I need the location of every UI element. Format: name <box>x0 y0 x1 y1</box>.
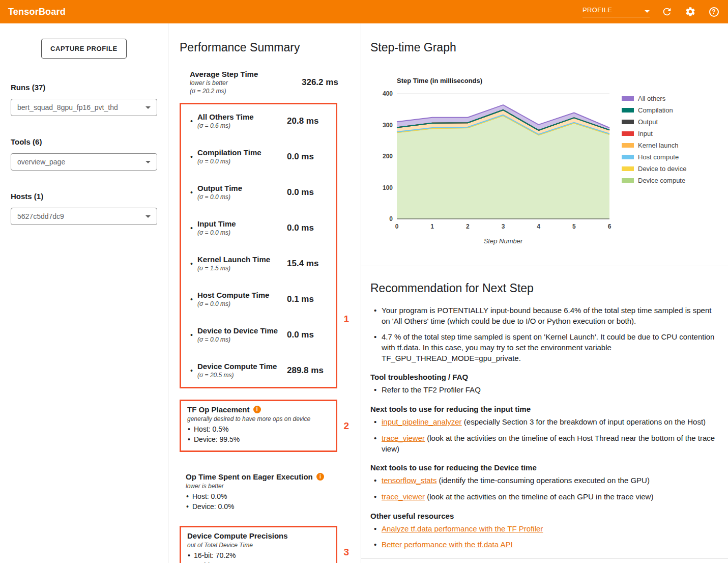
eager-execution-note: lower is better <box>186 483 343 490</box>
tf-op-device-item: Device: 99.5% <box>187 435 330 443</box>
page-body: CAPTURE PROFILE Runs (37) bert_squad_8gp… <box>0 23 728 563</box>
legend-label: Output <box>638 118 658 126</box>
info-icon[interactable] <box>316 473 324 481</box>
runs-label: Runs (37) <box>11 83 157 92</box>
capture-profile-button[interactable]: CAPTURE PROFILE <box>41 39 127 59</box>
annotated-box-compute-precisions: Device Compute Precisions out of Total D… <box>180 526 337 563</box>
legend-swatch <box>622 155 634 159</box>
step-time-graph-section: Step-time Graph Step Time (in millisecon… <box>361 41 728 245</box>
metric-value: 0.1 ms <box>287 294 331 304</box>
legend-item: Input <box>622 130 686 137</box>
top-bar-actions: PROFILE ? <box>583 6 720 18</box>
gear-icon[interactable] <box>684 6 696 18</box>
bullet: • <box>190 260 197 268</box>
metric-label: Compilation Time <box>197 148 287 157</box>
metric-label: All Others Time <box>197 112 287 121</box>
metric-value: 289.8 ms <box>287 365 331 376</box>
bullet: • <box>190 153 197 161</box>
hosts-select-value: 5627c5dd7dc9 <box>17 212 64 220</box>
info-icon[interactable] <box>253 406 261 413</box>
svg-text:400: 400 <box>383 90 393 97</box>
list-item-text: (identify the time-consuming operations … <box>436 476 650 485</box>
faq-heading: Tool troubleshooting / FAQ <box>370 373 718 381</box>
svg-text:5: 5 <box>572 223 576 230</box>
recommendation-bullet: Your program is POTENTIALLY input-bound … <box>370 305 718 326</box>
metric-sigma: (σ = 0.0 ms) <box>197 300 287 307</box>
bullet: • <box>190 117 197 125</box>
performance-summary-panel: Performance Summary Average Step Time lo… <box>168 23 361 563</box>
eager-execution-title: Op Time Spent on Eager Execution <box>186 472 313 481</box>
legend-swatch <box>622 166 634 171</box>
list-item: trace_viewer (look at the activities on … <box>370 433 718 454</box>
metric-label: Host Compute Time <box>197 291 287 299</box>
chevron-down-icon <box>645 10 650 13</box>
legend-label: Compilation <box>638 106 673 114</box>
performance-summary-title: Performance Summary <box>180 41 350 54</box>
metric-row: • Host Compute Time (σ = 0.0 ms) 0.1 ms <box>190 291 331 307</box>
eager-device-item: Device: 0.0% <box>186 502 343 511</box>
recommendation-bullet: 4.7 % of the total step time sampled is … <box>370 332 718 363</box>
dashboard-selector[interactable]: PROFILE <box>583 6 650 17</box>
annotation-number-1: 1 <box>343 314 349 325</box>
svg-text:0: 0 <box>389 215 393 222</box>
svg-text:2: 2 <box>466 223 470 230</box>
legend-item: Compilation <box>622 106 686 114</box>
step-time-graph-title: Step-time Graph <box>370 41 728 54</box>
metric-value: 15.4 ms <box>287 259 331 269</box>
question-mark-icon: ? <box>709 7 719 17</box>
svg-text:4: 4 <box>537 223 540 230</box>
runs-select[interactable]: bert_squad_8gpu_fp16_pvt_thd <box>11 99 157 116</box>
svg-text:1: 1 <box>430 223 434 230</box>
runs-select-value: bert_squad_8gpu_fp16_pvt_thd <box>17 103 118 111</box>
tfdata-api-link[interactable]: Better performance with the tf.data API <box>382 540 513 549</box>
average-step-time-value: 326.2 ms <box>302 77 348 88</box>
legend-label: All others <box>638 95 665 102</box>
metric-sigma: (σ = 0.0 ms) <box>197 158 287 165</box>
trace-viewer-link[interactable]: trace_viewer <box>382 434 425 442</box>
svg-text:6: 6 <box>608 223 611 230</box>
legend-swatch <box>622 131 634 136</box>
metric-row: • Device to Device Time (σ = 0.0 ms) 0.0… <box>190 326 331 343</box>
metric-value: 20.8 ms <box>287 116 331 126</box>
device-tools-heading: Next tools to use for reducing the Devic… <box>370 463 718 472</box>
list-item-text: (especially Section 3 for the breakdown … <box>462 417 706 426</box>
metric-label: Device Compute Time <box>197 362 287 371</box>
legend-label: Host compute <box>638 153 679 161</box>
legend-item: Device compute <box>622 177 686 184</box>
list-item-text: Refer to the TF2 Profiler FAQ <box>382 385 481 394</box>
step-time-chart: Step Time (in milliseconds) 010020030040… <box>371 77 728 245</box>
legend-item: All others <box>622 95 686 102</box>
legend-swatch <box>622 178 634 183</box>
annotated-box-tf-op-placement: TF Op Placement generally desired to hav… <box>180 400 337 452</box>
help-icon[interactable]: ? <box>708 6 720 18</box>
svg-text:0: 0 <box>395 223 399 230</box>
sidebar: CAPTURE PROFILE Runs (37) bert_squad_8gp… <box>0 23 168 563</box>
metric-sigma: (σ = 0.0 ms) <box>197 336 287 343</box>
bullet: • <box>190 367 197 375</box>
metric-label: Output Time <box>197 184 287 192</box>
list-item-text: (look at the activities on the timeline … <box>382 434 715 453</box>
list-item: trace_viewer (look at the activities on … <box>370 492 718 502</box>
tfdata-performance-link[interactable]: Analyze tf.data performance with the TF … <box>382 524 543 533</box>
trace-viewer-link[interactable]: trace_viewer <box>382 492 425 501</box>
legend-swatch <box>622 96 634 101</box>
list-item: Analyze tf.data performance with the TF … <box>370 524 718 534</box>
reload-icon[interactable] <box>661 6 673 18</box>
recommendation-section: Recommendation for Next Step Your progra… <box>361 266 728 550</box>
list-item: input_pipeline_analyzer (especially Sect… <box>370 417 718 428</box>
bottom-divider <box>361 558 728 559</box>
metric-sigma: (σ = 0.0 ms) <box>197 229 287 236</box>
compute-precisions-note: out of Total Device Time <box>187 542 330 549</box>
chevron-down-icon <box>145 161 151 163</box>
step-time-chart-svg: 01002003004000123456Step Number <box>371 87 616 245</box>
input-tools-heading: Next tools to use for reducing the input… <box>370 405 718 413</box>
hosts-select[interactable]: 5627c5dd7dc9 <box>11 208 157 225</box>
tools-select[interactable]: overview_page <box>11 153 157 171</box>
tensorflow-stats-link[interactable]: tensorflow_stats <box>382 476 436 485</box>
average-step-time-label: Average Step Time <box>190 70 302 78</box>
legend-item: Host compute <box>622 153 686 161</box>
tools-label: Tools (6) <box>11 137 157 146</box>
input-pipeline-analyzer-link[interactable]: input_pipeline_analyzer <box>382 417 462 426</box>
legend-label: Device compute <box>638 177 685 184</box>
chart-title: Step Time (in milliseconds) <box>397 77 728 85</box>
